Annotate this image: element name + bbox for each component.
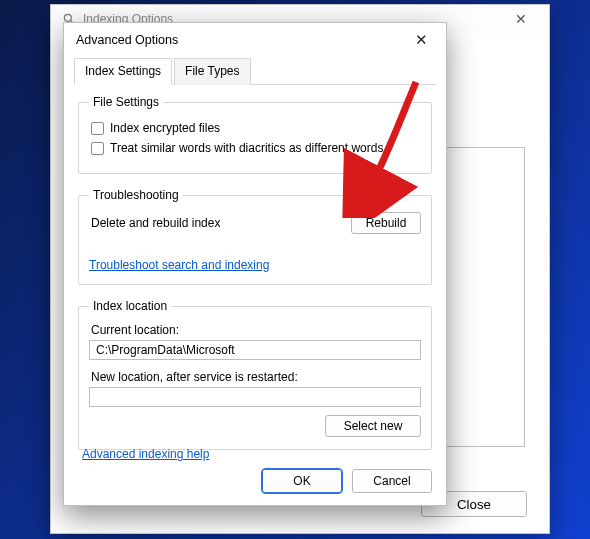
dialog-footer-buttons: OK Cancel <box>262 469 432 493</box>
advanced-options-dialog: Advanced Options ✕ Index Settings File T… <box>63 22 447 506</box>
troubleshoot-link[interactable]: Troubleshoot search and indexing <box>89 258 269 272</box>
tab-panel-index-settings: File Settings Index encrypted files Trea… <box>64 85 446 450</box>
dialog-title: Advanced Options <box>76 33 178 47</box>
tab-strip: Index Settings File Types <box>74 57 436 85</box>
parent-close-button[interactable]: ✕ <box>503 11 539 27</box>
rebuild-button[interactable]: Rebuild <box>351 212 421 234</box>
tab-file-types[interactable]: File Types <box>174 58 250 85</box>
troubleshooting-legend: Troubleshooting <box>89 188 183 202</box>
tab-index-settings[interactable]: Index Settings <box>74 58 172 85</box>
label-index-encrypted: Index encrypted files <box>110 121 220 135</box>
close-icon[interactable]: ✕ <box>406 31 436 49</box>
troubleshooting-group: Troubleshooting Delete and rebuild index… <box>78 188 432 285</box>
new-location-field[interactable] <box>89 387 421 407</box>
checkbox-index-encrypted[interactable] <box>91 122 104 135</box>
new-location-label: New location, after service is restarted… <box>91 370 421 384</box>
index-location-legend: Index location <box>89 299 171 313</box>
select-new-button[interactable]: Select new <box>325 415 421 437</box>
dialog-titlebar: Advanced Options ✕ <box>64 23 446 53</box>
ok-button[interactable]: OK <box>262 469 342 493</box>
checkbox-diacritics[interactable] <box>91 142 104 155</box>
cancel-button[interactable]: Cancel <box>352 469 432 493</box>
file-settings-group: File Settings Index encrypted files Trea… <box>78 95 432 174</box>
current-location-field[interactable] <box>89 340 421 360</box>
advanced-indexing-help-link[interactable]: Advanced indexing help <box>82 447 209 461</box>
rebuild-label: Delete and rebuild index <box>91 216 220 230</box>
label-diacritics: Treat similar words with diacritics as d… <box>110 141 383 155</box>
file-settings-legend: File Settings <box>89 95 163 109</box>
current-location-label: Current location: <box>91 323 421 337</box>
svg-point-0 <box>64 14 71 21</box>
index-location-group: Index location Current location: New loc… <box>78 299 432 450</box>
